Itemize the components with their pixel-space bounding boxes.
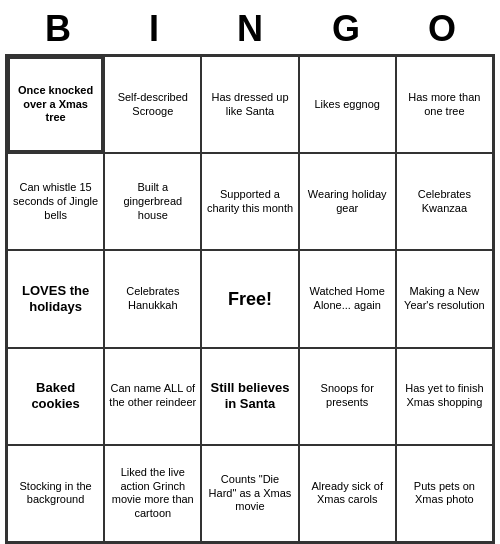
bingo-cell-r1c2[interactable]: Supported a charity this month xyxy=(201,153,298,250)
bingo-cell-r0c1[interactable]: Self-described Scrooge xyxy=(104,56,201,153)
bingo-cell-r3c4[interactable]: Has yet to finish Xmas shopping xyxy=(396,348,493,445)
bingo-title: B I N G O xyxy=(10,0,490,54)
bingo-cell-r1c4[interactable]: Celebrates Kwanzaa xyxy=(396,153,493,250)
bingo-cell-r4c3[interactable]: Already sick of Xmas carols xyxy=(299,445,396,542)
bingo-grid: Once knocked over a Xmas treeSelf-descri… xyxy=(5,54,495,544)
title-n: N xyxy=(226,8,274,50)
bingo-cell-r1c1[interactable]: Built a gingerbread house xyxy=(104,153,201,250)
bingo-cell-r0c4[interactable]: Has more than one tree xyxy=(396,56,493,153)
bingo-cell-r4c0[interactable]: Stocking in the background xyxy=(7,445,104,542)
bingo-cell-r0c2[interactable]: Has dressed up like Santa xyxy=(201,56,298,153)
bingo-cell-r1c3[interactable]: Wearing holiday gear xyxy=(299,153,396,250)
title-g: G xyxy=(322,8,370,50)
title-i: I xyxy=(130,8,178,50)
bingo-cell-r4c2[interactable]: Counts "Die Hard" as a Xmas movie xyxy=(201,445,298,542)
bingo-cell-r4c1[interactable]: Liked the live action Grinch movie more … xyxy=(104,445,201,542)
bingo-cell-r2c4[interactable]: Making a New Year's resolution xyxy=(396,250,493,347)
bingo-cell-r0c3[interactable]: Likes eggnog xyxy=(299,56,396,153)
bingo-cell-r3c1[interactable]: Can name ALL of the other reindeer xyxy=(104,348,201,445)
bingo-cell-r3c2[interactable]: Still believes in Santa xyxy=(201,348,298,445)
title-b: B xyxy=(34,8,82,50)
bingo-cell-r3c3[interactable]: Snoops for presents xyxy=(299,348,396,445)
bingo-cell-r1c0[interactable]: Can whistle 15 seconds of Jingle bells xyxy=(7,153,104,250)
bingo-cell-r2c3[interactable]: Watched Home Alone... again xyxy=(299,250,396,347)
bingo-cell-r2c1[interactable]: Celebrates Hanukkah xyxy=(104,250,201,347)
bingo-cell-r3c0[interactable]: Baked cookies xyxy=(7,348,104,445)
bingo-cell-r2c0[interactable]: LOVES the holidays xyxy=(7,250,104,347)
bingo-cell-r4c4[interactable]: Puts pets on Xmas photo xyxy=(396,445,493,542)
bingo-cell-r2c2[interactable]: Free! xyxy=(201,250,298,347)
title-o: O xyxy=(418,8,466,50)
bingo-cell-r0c0[interactable]: Once knocked over a Xmas tree xyxy=(7,56,104,153)
